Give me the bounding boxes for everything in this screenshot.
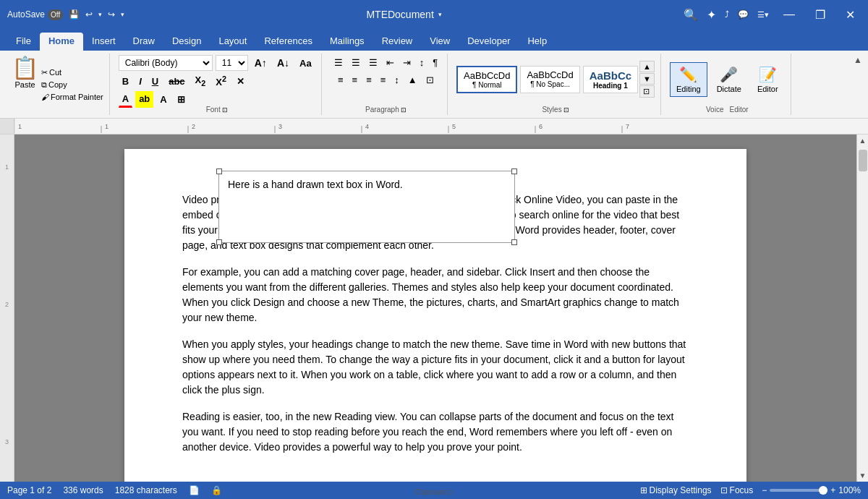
paste-button[interactable]: 📋 Paste [12, 55, 38, 89]
multilevel-button[interactable]: ☰ [365, 55, 381, 70]
tab-review[interactable]: Review [373, 33, 422, 51]
styles-gallery: AaBbCcDd ¶ Normal AaBbCcDd ¶ No Spac... … [456, 66, 638, 93]
tab-references[interactable]: References [255, 33, 320, 51]
collapse-ribbon-button[interactable]: ▲ [854, 55, 862, 65]
styles-expand-button[interactable]: ⊡ [639, 85, 655, 98]
editing-button[interactable]: ✏️ Editing [670, 62, 707, 97]
tab-design[interactable]: Design [163, 33, 210, 51]
copy-button[interactable]: ⧉ Copy [41, 80, 103, 90]
tab-view[interactable]: View [421, 33, 459, 51]
svg-text:7: 7 [626, 123, 629, 130]
underline-button[interactable]: U [148, 74, 162, 89]
grow-font-button[interactable]: A↑ [251, 55, 271, 71]
italic-button[interactable]: I [135, 74, 145, 89]
subscript-button[interactable]: X2 [192, 72, 210, 90]
text-box-handle-br[interactable] [511, 239, 517, 245]
undo-icon[interactable]: ↩ [85, 9, 93, 20]
font-size-select[interactable]: 11 [216, 55, 248, 71]
superscript-button[interactable]: X2 [212, 72, 230, 90]
document-page: Here is a hand drawn text box in Word. V… [124, 149, 746, 482]
font-group-label: Font [206, 106, 221, 114]
bullets-button[interactable]: ☰ [331, 55, 346, 70]
clear-formatting-button[interactable]: ✕ [233, 74, 248, 89]
zoom-slider[interactable] [770, 489, 827, 492]
styles-scroll-up-button[interactable]: ▲ [639, 61, 655, 72]
document-scroll-area[interactable]: Here is a hand drawn text box in Word. V… [14, 135, 856, 482]
line-spacing-button[interactable]: ↕ [391, 72, 403, 88]
numbering-button[interactable]: ☰ [348, 55, 364, 70]
align-center-button[interactable]: ≡ [349, 72, 362, 88]
search-icon[interactable]: 🔍 [684, 8, 698, 22]
save-icon[interactable]: 💾 [69, 9, 80, 20]
autosave-control[interactable]: AutoSave Off [7, 9, 63, 20]
paragraph-expand-icon[interactable]: ⊡ [401, 106, 407, 114]
text-box-handle-tr[interactable] [511, 169, 517, 174]
align-left-button[interactable]: ≡ [334, 72, 347, 88]
editor-button[interactable]: 📝 Editor [751, 62, 785, 97]
text-box[interactable]: Here is a hand drawn text box in Word. [218, 171, 515, 243]
comments-icon[interactable]: 💬 [738, 9, 749, 20]
text-box-handle-bl[interactable] [216, 239, 222, 245]
scroll-up-button[interactable]: ▲ [857, 135, 868, 147]
minimize-button[interactable]: — [778, 5, 801, 24]
redo-icon[interactable]: ↪ [108, 9, 115, 20]
tab-home[interactable]: Home [40, 33, 83, 51]
ribbon-tabs: File Home Insert Draw Design Layout Refe… [0, 29, 868, 51]
ribbon-group-voice-editor: ✏️ Editing 🎤 Dictate 📝 Editor Voice Edit… [664, 54, 791, 115]
scroll-thumb[interactable] [859, 150, 867, 171]
editor-group-label: Editor [729, 106, 748, 114]
ruler-left-margin [0, 119, 14, 134]
restore-button[interactable]: ❐ [809, 5, 831, 25]
align-right-button[interactable]: ≡ [362, 72, 375, 88]
bold-button[interactable]: B [119, 74, 132, 89]
close-button[interactable]: ✕ [840, 5, 861, 25]
borders-para-button[interactable]: ⊡ [422, 72, 438, 88]
font-expand-icon[interactable]: ⊡ [222, 106, 228, 114]
shading-para-button[interactable]: ▲ [404, 72, 421, 88]
scroll-down-button[interactable]: ▼ [857, 469, 868, 482]
undo-dropdown[interactable]: ▾ [98, 11, 102, 18]
decrease-indent-button[interactable]: ⇤ [383, 55, 398, 70]
shrink-font-button[interactable]: A↓ [273, 55, 293, 71]
clipboard-expand-icon[interactable]: ⊡ [447, 489, 453, 496]
title-bar-right: 🔍 ✦ ⤴ 💬 ☰▾ — ❐ ✕ [684, 5, 861, 25]
tab-draw[interactable]: Draw [124, 33, 163, 51]
editor-icon: 📝 [759, 66, 777, 83]
title-bar-center: MTEDocument ▾ [366, 9, 441, 20]
share-icon[interactable]: ⤴ [725, 9, 729, 20]
customize-qat-icon[interactable]: ▾ [121, 11, 124, 18]
cut-button[interactable]: ✂ Cut [41, 68, 103, 77]
justify-button[interactable]: ≡ [377, 72, 390, 88]
styles-expand-icon[interactable]: ⊡ [563, 106, 569, 114]
format-painter-button[interactable]: 🖌 Format Painter [41, 93, 103, 101]
tab-developer[interactable]: Developer [459, 33, 519, 51]
tab-mailings[interactable]: Mailings [321, 33, 373, 51]
show-marks-button[interactable]: ¶ [429, 55, 441, 70]
svg-text:1: 1 [18, 123, 22, 130]
vertical-scrollbar[interactable]: ▲ ▼ [856, 135, 868, 482]
autosave-toggle[interactable]: Off [48, 9, 63, 20]
text-box-content: Here is a hand drawn text box in Word. [228, 179, 403, 190]
tab-insert[interactable]: Insert [83, 33, 124, 51]
mode-dropdown[interactable]: ☰▾ [757, 10, 769, 20]
dictate-button[interactable]: 🎤 Dictate [710, 62, 748, 97]
change-case-button[interactable]: Aa [296, 56, 315, 71]
font-family-select[interactable]: Calibri (Body) [119, 55, 213, 71]
tab-help[interactable]: Help [519, 33, 556, 51]
style-no-spacing[interactable]: AaBbCcDd ¶ No Spac... [520, 66, 579, 93]
font-format-row: B I U abc X2 X2 ✕ [119, 72, 248, 90]
style-heading1[interactable]: AaBbCc Heading 1 [583, 66, 638, 93]
dictate-icon: 🎤 [720, 66, 738, 83]
styles-scroll-down-button[interactable]: ▼ [639, 73, 655, 85]
tab-layout[interactable]: Layout [210, 33, 255, 51]
copilot-icon[interactable]: ✦ [707, 8, 716, 22]
svg-text:5: 5 [452, 123, 456, 130]
text-box-handle-tl[interactable] [216, 169, 222, 174]
title-dropdown-icon[interactable]: ▾ [438, 11, 442, 18]
style-normal[interactable]: AaBbCcDd ¶ Normal [456, 66, 517, 93]
svg-text:2: 2 [192, 123, 195, 130]
sort-button[interactable]: ↕ [416, 55, 428, 70]
strikethrough-button[interactable]: abc [165, 74, 188, 89]
tab-file[interactable]: File [7, 33, 40, 51]
increase-indent-button[interactable]: ⇥ [399, 55, 414, 70]
